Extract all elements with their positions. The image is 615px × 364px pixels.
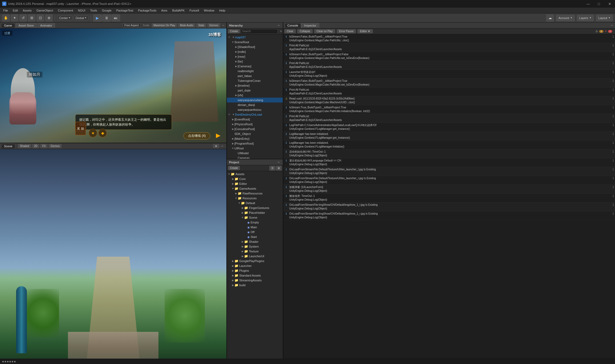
hier-cameras[interactable]: ▶ [Cameras] [227,64,283,69]
proj-main-scene[interactable]: ◉ Main [227,225,283,230]
menu-window[interactable]: Window [202,8,216,13]
console-row[interactable]: ℹ IsStream:True;;BuildType0;;_isMainProj… [283,105,615,114]
scene-tab[interactable]: Scene [1,144,15,148]
gizmos-game-button[interactable]: Gizmos [207,23,220,27]
next-arrow-icon[interactable]: ▶ [216,132,220,139]
shaded-button[interactable]: Shaded [18,144,31,148]
hier-dimian[interactable]: dimian_dianji [227,102,283,107]
continue-button[interactable]: 点击继续 (4) [183,132,210,139]
menu-component[interactable]: Component [56,8,75,13]
close-button[interactable]: ✕ [604,0,615,8]
hierarchy-search-input[interactable] [241,29,278,34]
proj-googleplayplugins[interactable]: ▶ 📁 GooglePlayPlugins [227,259,283,263]
transform-tool-button[interactable]: ⊕ [45,14,53,21]
menu-gameobject[interactable]: GameObject [34,8,55,13]
proj-rawresources[interactable]: ▶ 📁 RawResources [227,191,283,196]
proj-plugins[interactable]: ▶ 📁 Plugins [227,268,283,273]
console-row[interactable]: ℹ IsStream:False;;BuildType0;;_isMainPro… [283,34,615,43]
hier-vfx[interactable]: ▶ [vfx] [227,93,283,98]
proj-fingergestures[interactable]: ▶ 📁 FingerGestures [227,205,283,210]
stats-button[interactable]: Stats [196,23,206,27]
clear-on-play-button[interactable]: Clear on Play [314,29,335,33]
hier-shaderroot[interactable]: ▶ [ShaderRoot] [227,45,283,49]
coord-group[interactable]: Global ▼ [74,16,89,20]
aspect-dropdown[interactable]: Free Aspect [122,23,140,27]
game-tab[interactable]: Game [1,23,15,28]
proj-default[interactable]: ▼ 📁 Default [227,201,283,205]
proj-off-scene[interactable]: ◉ Off [227,230,283,234]
menu-ares[interactable]: Ares [159,8,170,13]
console-row[interactable]: ℹ 加载弹窗: [UILauncherForm] UnityEngine.Deb… [283,185,615,194]
proj-empty-scene[interactable]: ◉ Empty [227,220,283,225]
proj-launcher[interactable]: ▶ 📁 Launcher [227,263,283,268]
proj-texture[interactable]: ▶ 📁 Texture [227,249,283,254]
collapse-button[interactable]: Collapse [297,29,313,33]
hier-wanyaofeizou[interactable]: wanyaojuanfeizou [227,107,283,112]
console-row[interactable]: ℹ OnLoadFromStreamFile:Default/Texture/U… [283,167,615,176]
editor-dropdown[interactable]: Editor ▼ [357,29,373,33]
hier-mdle[interactable]: ▶ [mdle] [227,49,283,54]
proj-core[interactable]: ▶ 📁 Core [227,177,283,181]
console-row[interactable]: ℹ LogManager has been initialized. Unity… [283,141,615,149]
menu-google[interactable]: Google [100,8,114,13]
proj-shader[interactable]: ▶ 📁 Shader [227,239,283,244]
rotate-tool-button[interactable]: ↺ [19,14,27,21]
pivot-group[interactable]: Center ▼ [57,16,73,20]
cloud-button[interactable]: ☁ [546,14,554,21]
proj-standard-assets[interactable]: ▶ 📁 Standard Assets [227,273,283,278]
hier-map037[interactable]: 👁 ▼ map037 [227,35,283,40]
hier-programroot[interactable]: ▶ [ProgramRoot] [227,141,283,146]
hier-coroutinepool[interactable]: ▶ [CoroutinePool] [227,127,283,131]
menu-edit[interactable]: Edit [11,8,20,13]
console-row[interactable]: ℹ OnLoadFromStreamFile:Default/Texture/U… [283,176,615,185]
menu-ngui[interactable]: NGUI [76,8,88,13]
console-tab[interactable]: Console [284,23,301,28]
console-row[interactable]: ℹ IsStream:False;;BuildType0;;_isMainPro… [283,79,615,87]
pause-button[interactable]: ⏸ [102,14,111,21]
game-icon-2[interactable]: ◆ [98,129,107,137]
error-pause-button[interactable]: Error Pause [337,29,356,33]
maximize-on-play-button[interactable]: Maximize On Play [152,23,177,27]
menu-packagetools[interactable]: PackageTools [136,8,159,13]
hier-partfabao[interactable]: part_fabao [227,73,283,78]
scale-tool-button[interactable]: ⊞ [28,14,35,21]
hier-tuberogine[interactable]: TuberogineCoran [227,78,283,83]
hierarchy-create-button[interactable]: Create [228,29,240,33]
layout-dropdown[interactable]: Layout ▼ [596,15,613,21]
clear-button[interactable]: Clear [284,29,296,33]
console-row[interactable]: ℹ OnLoadFromStreamFile:ImgShow/CH/Defaul… [283,211,615,220]
layers-dropdown[interactable]: Layers ▼ [577,15,594,21]
mute-audio-button[interactable]: Mute Audio [178,23,195,27]
hier-sceneroot[interactable]: ▼ SceneRoot [227,40,283,45]
hier-eventroot[interactable]: ▶ [EventRoot] [227,117,283,122]
maximize-button[interactable]: □ [594,0,604,8]
hier-partdujie[interactable]: part_dujie [227,88,283,93]
award-panel[interactable]: 奖 励 [75,122,86,135]
hier-mainentry[interactable]: ▶ [MainEntry] [227,136,283,141]
proj-start-scene[interactable]: ◉ Start [227,234,283,239]
proj-resources[interactable]: ▼ 📁 Resources [227,196,283,201]
proj-placeholder[interactable]: ▶ 📁 PlaceHolder [227,210,283,215]
minimize-button[interactable]: — [583,0,594,8]
rect-tool-button[interactable]: ⊡ [37,14,44,21]
menu-file[interactable]: File [1,8,10,13]
project-list-view-button[interactable]: ☰ [269,166,275,171]
hand-tool-button[interactable]: ✋ [2,14,10,21]
project-create-button[interactable]: Create [228,166,240,170]
scene-canvas[interactable] [0,149,226,364]
proj-system[interactable]: ▶ 📁 System [227,244,283,249]
menu-help[interactable]: Help [217,8,227,13]
proj-build[interactable]: ▶ 📁 build [227,283,283,288]
hier-uimodel[interactable]: UIModel [227,151,283,156]
game-icon-1[interactable]: ★ [89,129,97,137]
scene-eff-button[interactable]: ★ [213,144,219,148]
console-row[interactable]: ℹ LogFilePath:C:/Users/Administrator/App… [283,123,615,132]
console-row[interactable]: ℹ LogManager has been initialized. Unity… [283,132,615,141]
console-row[interactable]: ℹ OnLoadFromStreamFile:ImgShow/CH/Defaul… [283,203,615,211]
console-row[interactable]: ℹ Launcher管理器启动!! UnityEngine.Debug:Log(… [283,70,615,79]
fx-button[interactable]: FX [40,144,48,148]
account-dropdown[interactable]: Account ▼ [556,15,575,21]
hier-physicsroot[interactable]: ▶ [PhysicsRoot] [227,122,283,127]
animator-tab[interactable]: Animator [37,23,55,28]
console-row[interactable]: ℹ Print All PathList: AppDataPath:E:/tzj… [283,114,615,123]
